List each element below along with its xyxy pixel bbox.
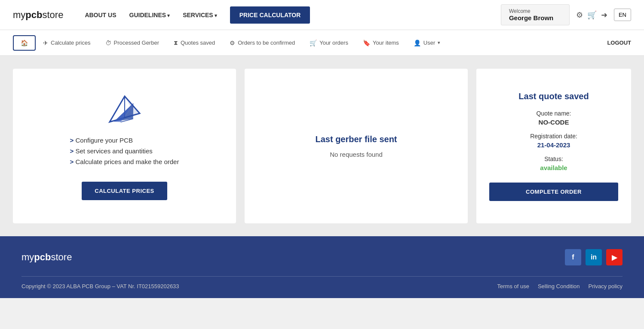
paper-plane-icon (107, 92, 142, 128)
status-value: available (540, 164, 567, 171)
step-3: > Calculate prices and make the order (70, 158, 179, 165)
quotes-icon: ⧗ (174, 39, 178, 46)
your-orders-icon: 🛒 (310, 40, 317, 46)
subnav-orders-to-confirm[interactable]: ⚙ Orders to be confirmed (222, 36, 302, 50)
quote-name-label: Quote name: (537, 110, 571, 117)
terms-of-use-link[interactable]: Terms of use (497, 283, 529, 289)
logo-prefix: my (13, 9, 25, 20)
subnav-calculate-prices[interactable]: ✈ Calculate prices (36, 36, 98, 50)
no-requests-text: No requests found (330, 151, 383, 158)
footer-logo-suffix: store (51, 252, 72, 262)
site-logo[interactable]: mypcbstore (13, 9, 63, 21)
user-name: George Brown (509, 14, 561, 21)
footer-links: Terms of use Selling Condition Privacy p… (497, 283, 623, 289)
language-selector[interactable]: EN (614, 9, 631, 21)
subnav-calculate-label: Calculate prices (51, 40, 91, 46)
nav-guidelines[interactable]: GUIDELINES (129, 12, 170, 18)
subnav-processed-gerber[interactable]: ⏱ Processed Gerber (98, 36, 167, 50)
main-nav: ABOUT US GUIDELINES SERVICES PRICE CALCU… (85, 6, 501, 24)
nav-about-us[interactable]: ABOUT US (85, 12, 116, 18)
subnav-your-items-label: Your items (373, 40, 399, 46)
welcome-box: Welcome George Brown (501, 4, 570, 25)
footer-top: mypcbstore f in ▶ (21, 249, 623, 265)
nav-services[interactable]: SERVICES (183, 12, 217, 18)
reg-date-label: Registration date: (530, 133, 577, 140)
status-label: Status: (544, 155, 563, 162)
price-calculator-button[interactable]: PRICE CALCULATOR (230, 6, 310, 24)
subnav-quotes-saved[interactable]: ⧗ Quotes saved (166, 35, 222, 50)
quote-card: Last quote saved Quote name: NO-CODE Reg… (476, 69, 631, 223)
step-1: > Configure your PCB (70, 137, 179, 144)
calculate-icon: ✈ (43, 40, 48, 46)
reg-date-value: 21-04-2023 (537, 141, 570, 149)
header-right: Welcome George Brown ⚙ 🛒 ➜ EN (501, 4, 631, 25)
footer-logo-prefix: my (21, 252, 34, 262)
gerber-icon: ⏱ (105, 40, 111, 46)
header-icons: ⚙ 🛒 ➜ (576, 10, 607, 20)
footer-bottom: Copyright © 2023 ALBA PCB Group – VAT Nr… (21, 276, 623, 289)
subnav-user[interactable]: 👤 User ▾ (406, 36, 448, 50)
your-items-icon: 🔖 (363, 40, 370, 46)
header: mypcbstore ABOUT US GUIDELINES SERVICES … (0, 0, 644, 30)
subnav-quotes-label: Quotes saved (181, 40, 215, 46)
logout-icon[interactable]: ➜ (601, 10, 607, 20)
orders-confirm-icon: ⚙ (230, 40, 235, 46)
subnav-gerber-label: Processed Gerber (114, 40, 159, 46)
privacy-policy-link[interactable]: Privacy policy (589, 283, 623, 289)
steps-list: > Configure your PCB > Set services and … (70, 137, 179, 169)
gerber-card-title: Last gerber file sent (315, 134, 397, 144)
logo-suffix: store (42, 9, 63, 20)
quote-name-value: NO-CODE (539, 119, 569, 126)
copyright-text: Copyright © 2023 ALBA PCB Group – VAT Nr… (21, 283, 179, 289)
subnav-your-orders-label: Your orders (319, 40, 348, 46)
chevron-down-icon: ▾ (438, 40, 440, 46)
social-icons: f in ▶ (565, 249, 623, 265)
welcome-text: Welcome (509, 8, 561, 14)
gerber-card: Last gerber file sent No requests found (245, 69, 468, 223)
cart-icon[interactable]: 🛒 (587, 10, 597, 20)
calculate-prices-button[interactable]: CALCULATE PRICES (82, 182, 167, 200)
subnav-orders-confirm-label: Orders to be confirmed (238, 40, 295, 46)
footer: mypcbstore f in ▶ Copyright © 2023 ALBA … (0, 236, 644, 298)
step-2: > Set services and quantities (70, 147, 179, 155)
youtube-icon[interactable]: ▶ (606, 249, 623, 265)
user-icon: 👤 (414, 40, 421, 46)
complete-order-button[interactable]: COMPLETE ORDER (489, 183, 618, 201)
home-icon: 🏠 (21, 40, 28, 46)
subnav-user-label: User (423, 40, 435, 46)
facebook-icon[interactable]: f (565, 249, 581, 265)
calculator-card: > Configure your PCB > Set services and … (13, 69, 236, 223)
subnav-your-orders[interactable]: 🛒 Your orders (302, 36, 356, 50)
quote-card-title: Last quote saved (518, 91, 589, 101)
settings-icon[interactable]: ⚙ (576, 10, 583, 20)
main-content: > Configure your PCB > Set services and … (0, 56, 644, 236)
footer-logo-pcb: pcb (34, 252, 51, 262)
logout-button[interactable]: LOGOUT (607, 40, 631, 46)
selling-condition-link[interactable]: Selling Condition (538, 283, 580, 289)
logo-pcb: pcb (25, 9, 42, 20)
subnav-home[interactable]: 🏠 (13, 35, 36, 51)
sub-nav: 🏠 ✈ Calculate prices ⏱ Processed Gerber … (0, 30, 644, 56)
linkedin-icon[interactable]: in (586, 249, 602, 265)
subnav-your-items[interactable]: 🔖 Your items (356, 36, 406, 50)
footer-logo: mypcbstore (21, 252, 72, 263)
